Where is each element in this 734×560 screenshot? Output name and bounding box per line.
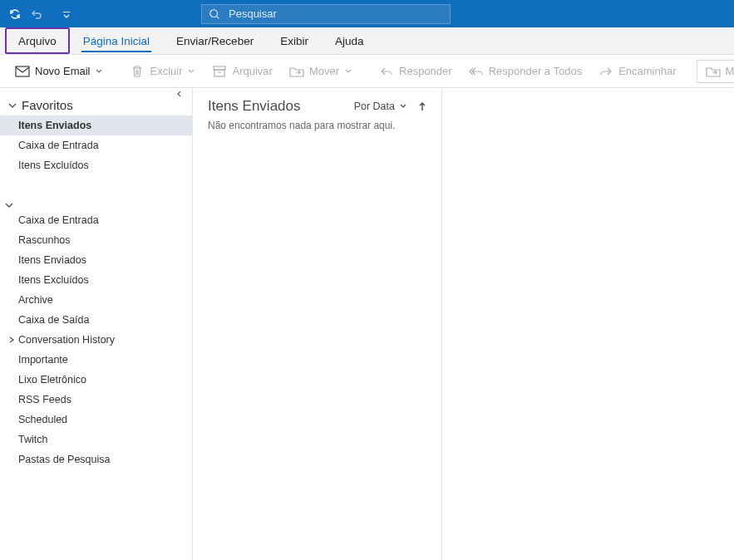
reply-all-button[interactable]: Responder a Todos <box>462 61 589 82</box>
new-email-label: Novo Email <box>35 65 90 77</box>
archive-icon <box>212 64 227 79</box>
list-header: Itens Enviados Por Data <box>208 98 428 115</box>
chevron-down-icon[interactable] <box>95 69 103 74</box>
folder-item[interactable]: Importante <box>0 350 192 370</box>
trash-icon <box>130 64 145 79</box>
favorite-item[interactable]: Caixa de Entrada <box>0 135 192 155</box>
sort-direction-button[interactable] <box>416 101 428 112</box>
tab-send-receive[interactable]: Enviar/Receber <box>163 27 267 54</box>
forward-label: Encaminhar <box>618 65 676 77</box>
tab-help[interactable]: Ajuda <box>322 27 377 54</box>
move-label: Mover <box>309 65 339 77</box>
folder-item[interactable]: Rascunhos <box>0 230 192 250</box>
account-header[interactable] <box>0 199 192 210</box>
new-email-button[interactable]: Novo Email <box>8 61 110 82</box>
delete-button[interactable]: Excluir <box>123 61 202 82</box>
ribbon-tabs: Arquivo Página Inicial Enviar/Receber Ex… <box>0 27 734 55</box>
folder-item[interactable]: Caixa de Saída <box>0 310 192 330</box>
chevron-down-icon <box>3 202 15 209</box>
folder-item[interactable]: Caixa de Entrada <box>0 210 192 230</box>
favorite-item[interactable]: Itens Excluídos <box>0 155 192 175</box>
mail-icon <box>15 64 30 79</box>
folder-item[interactable]: Itens Excluídos <box>0 270 192 290</box>
sync-icon[interactable] <box>7 6 23 22</box>
folder-item[interactable]: Pastas de Pesquisa <box>0 449 192 469</box>
search-icon <box>209 8 220 20</box>
move-to-label: Mover <box>726 65 734 77</box>
body-area: Favoritos Itens EnviadosCaixa de Entrada… <box>0 88 734 560</box>
reply-all-label: Responder a Todos <box>489 65 583 77</box>
ribbon-commands: Novo Email Excluir Arquivar Mover <box>0 55 734 88</box>
move-button[interactable]: Mover <box>283 61 359 82</box>
nav-pane: Favoritos Itens EnviadosCaixa de Entrada… <box>0 88 193 560</box>
sort-label: Por Data <box>354 101 395 112</box>
move-to-button[interactable]: Mover <box>697 60 734 83</box>
favorites-label: Favoritos <box>22 98 73 112</box>
folder-icon <box>706 64 721 79</box>
folder-title: Itens Enviados <box>208 98 301 115</box>
reply-all-icon <box>469 64 484 79</box>
folder-item[interactable]: RSS Feeds <box>0 390 192 410</box>
folder-item[interactable]: Scheduled <box>0 410 192 430</box>
svg-rect-4 <box>214 70 224 76</box>
search-box[interactable] <box>201 4 451 24</box>
folder-item[interactable]: Itens Enviados <box>0 250 192 270</box>
title-bar <box>0 0 734 27</box>
svg-rect-0 <box>63 12 70 12</box>
reply-button[interactable]: Responder <box>372 61 459 82</box>
tab-file[interactable]: Arquivo <box>5 27 70 54</box>
chevron-down-icon <box>7 102 18 109</box>
folder-item[interactable]: Twitch <box>0 430 192 449</box>
forward-button[interactable]: Encaminhar <box>592 61 682 82</box>
folder-move-icon <box>289 64 304 79</box>
undo-icon[interactable] <box>28 6 45 22</box>
reply-icon <box>379 64 394 79</box>
folder-label: Conversation History <box>18 334 115 346</box>
reply-label: Responder <box>399 65 452 77</box>
folder-item[interactable]: Archive <box>0 290 192 310</box>
favorites-header[interactable]: Favoritos <box>0 93 192 115</box>
empty-message: Não encontramos nada para mostrar aqui. <box>208 120 428 131</box>
favorite-item[interactable]: Itens Enviados <box>0 115 192 135</box>
chevron-down-icon[interactable] <box>187 69 195 74</box>
chevron-right-icon <box>7 336 17 344</box>
tab-home[interactable]: Página Inicial <box>70 27 163 54</box>
qat-dropdown-icon[interactable] <box>62 6 71 22</box>
tab-view[interactable]: Exibir <box>267 27 322 54</box>
collapse-nav-icon[interactable] <box>175 90 187 101</box>
folder-item[interactable]: Conversation History <box>0 330 192 350</box>
chevron-down-icon[interactable] <box>344 69 352 74</box>
sort-button[interactable]: Por Data <box>354 101 408 112</box>
message-list-pane: Itens Enviados Por Data Não encontramos … <box>193 88 442 560</box>
forward-icon <box>599 64 613 79</box>
reading-pane <box>442 88 734 560</box>
svg-rect-2 <box>16 66 29 76</box>
archive-button[interactable]: Arquivar <box>205 61 278 82</box>
folder-item[interactable]: Lixo Eletrônico <box>0 370 192 390</box>
archive-label: Arquivar <box>232 65 272 77</box>
svg-point-1 <box>210 9 218 17</box>
chevron-down-icon <box>398 104 408 109</box>
search-input[interactable] <box>229 7 443 20</box>
delete-label: Excluir <box>150 65 182 77</box>
